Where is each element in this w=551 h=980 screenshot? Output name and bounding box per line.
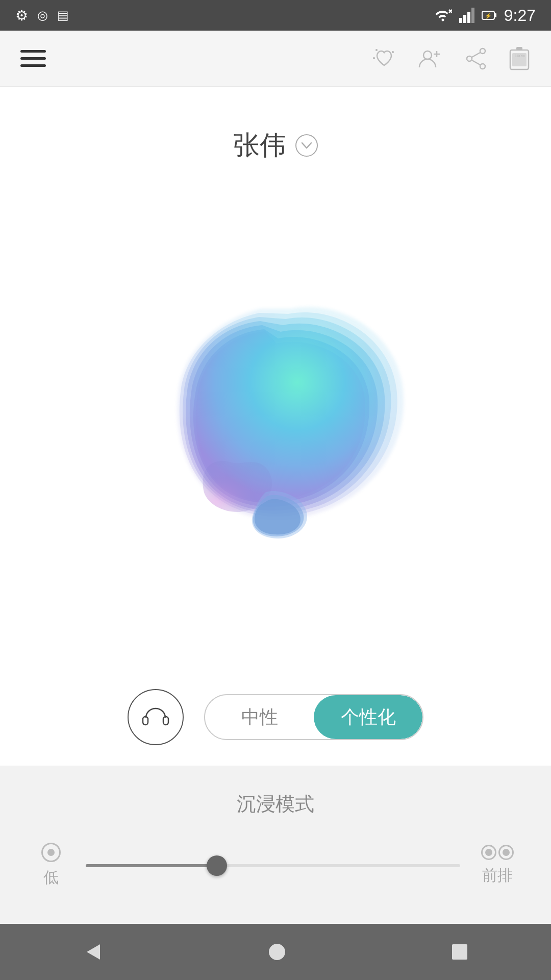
wifi-x-icon <box>434 8 452 23</box>
slider-min-icon <box>41 843 61 862</box>
back-button[interactable] <box>83 942 103 962</box>
user-name-section: 张伟 <box>233 128 318 163</box>
svg-rect-32 <box>452 944 467 960</box>
controls-section: 中性 个性化 <box>0 669 551 766</box>
svg-text:100%: 100% <box>515 53 525 58</box>
mode-personalized-button[interactable]: 个性化 <box>314 695 422 739</box>
home-button[interactable] <box>268 943 286 961</box>
slider-fill <box>86 864 217 867</box>
slider-max-icon-left <box>481 845 496 860</box>
slider-max-icon-right <box>498 845 514 860</box>
slider-row: 低 前排 <box>31 843 520 888</box>
svg-rect-4 <box>463 15 466 23</box>
status-bar-left: ⚙ ◎ ▤ <box>15 7 69 24</box>
heart-sparkle-button[interactable] <box>371 46 397 71</box>
mode-toggle[interactable]: 中性 个性化 <box>204 694 423 740</box>
user-dropdown-button[interactable] <box>295 134 318 157</box>
bottom-nav-bar <box>0 924 551 980</box>
audio-blob-svg <box>128 268 423 564</box>
svg-marker-30 <box>87 944 100 960</box>
status-time: 9:27 <box>504 6 536 25</box>
svg-point-0 <box>441 19 444 21</box>
svg-rect-28 <box>143 717 148 725</box>
signal-icon <box>459 8 474 23</box>
brightness-icon: ◎ <box>37 8 48 22</box>
slider-min-text: 低 <box>43 867 59 888</box>
svg-line-23 <box>472 60 480 65</box>
slider-track <box>86 864 460 867</box>
svg-rect-3 <box>459 18 462 23</box>
share-button[interactable] <box>463 46 489 71</box>
add-user-button[interactable] <box>417 46 443 71</box>
svg-point-19 <box>480 48 485 54</box>
slider-max-label: 前排 <box>474 845 520 886</box>
nav-bar: 100% <box>0 31 551 87</box>
headphone-button[interactable] <box>128 689 184 745</box>
svg-point-16 <box>423 51 432 59</box>
hamburger-menu-button[interactable] <box>20 50 46 67</box>
svg-point-20 <box>480 64 485 69</box>
slider-max-text: 前排 <box>482 865 513 886</box>
svg-point-21 <box>467 56 472 61</box>
mode-neutral-button[interactable]: 中性 <box>205 695 314 739</box>
slider-container[interactable] <box>86 853 460 878</box>
stop-button[interactable] <box>451 943 468 961</box>
battery-charging-icon: ⚡ <box>482 8 497 23</box>
battery-full-button[interactable]: 100% <box>509 46 531 71</box>
svg-rect-5 <box>467 12 470 23</box>
slider-thumb[interactable] <box>207 855 227 876</box>
svg-rect-29 <box>163 717 168 725</box>
svg-point-31 <box>269 944 285 960</box>
svg-rect-25 <box>516 47 522 50</box>
sd-card-icon: ▤ <box>57 8 69 22</box>
svg-line-22 <box>472 53 480 57</box>
svg-rect-6 <box>471 8 474 23</box>
settings-icon: ⚙ <box>15 7 28 24</box>
immersive-mode-title: 沉浸模式 <box>31 791 520 817</box>
svg-rect-8 <box>495 13 496 17</box>
status-bar-right: ⚡ 9:27 <box>434 6 536 25</box>
nav-icons: 100% <box>371 46 531 71</box>
svg-text:⚡: ⚡ <box>485 12 492 19</box>
slider-min-label: 低 <box>31 843 71 888</box>
immersive-section: 沉浸模式 低 前排 <box>0 766 551 924</box>
status-bar: ⚙ ◎ ▤ ⚡ 9:27 <box>0 0 551 31</box>
blob-visualization <box>0 163 551 669</box>
main-content: 张伟 <box>0 87 551 766</box>
user-name: 张伟 <box>233 128 286 163</box>
